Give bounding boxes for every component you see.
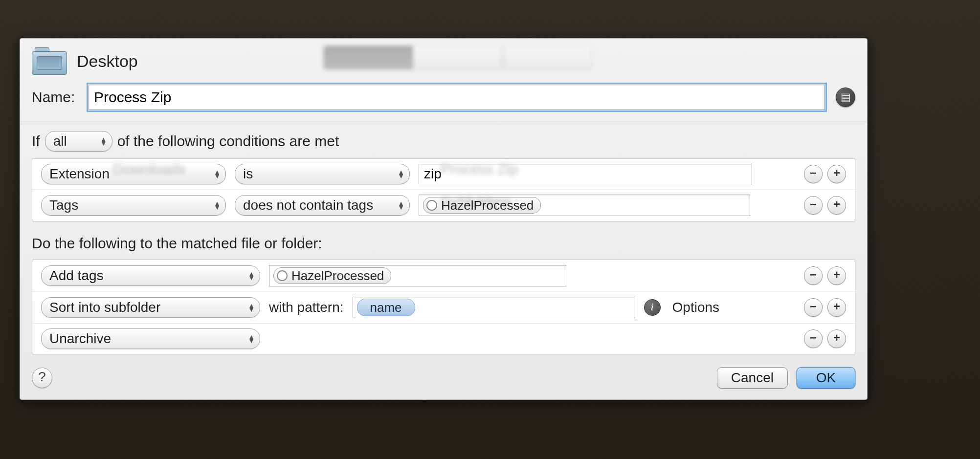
condition-tags-field[interactable]: HazelProcessed (419, 195, 750, 216)
updown-arrows-icon (100, 137, 107, 145)
condition-row: Tags does not contain tags HazelProcesse… (32, 190, 855, 221)
add-action-button[interactable]: + (827, 266, 846, 285)
updown-arrows-icon (248, 272, 255, 280)
pattern-token[interactable]: name (357, 299, 415, 316)
action-row: Add tags HazelProcessed − + (32, 260, 855, 292)
folder-title: Desktop (77, 52, 138, 71)
action-row: Sort into subfolder with pattern: name i… (32, 292, 855, 324)
action-type-popup[interactable]: Sort into subfolder (41, 297, 260, 318)
action-type-popup[interactable]: Add tags (41, 265, 260, 286)
add-action-button[interactable]: + (827, 298, 846, 317)
conditions-suffix: of the following conditions are met (117, 133, 339, 150)
updown-arrows-icon (248, 335, 255, 343)
updown-arrows-icon (214, 170, 221, 178)
remove-action-button[interactable]: − (804, 266, 823, 285)
condition-attribute-popup[interactable]: Tags (41, 195, 226, 216)
tag-token-label: HazelProcessed (441, 198, 534, 213)
condition-row: Extension is − + (32, 159, 855, 190)
conditions-prefix: If (32, 133, 40, 150)
updown-arrows-icon (398, 170, 404, 178)
rule-editor-dialog: Downloads Process Zip Subfolders Desktop… (20, 38, 868, 400)
tag-color-swatch-icon (426, 200, 437, 211)
remove-action-button[interactable]: − (804, 329, 823, 348)
remove-condition-button[interactable]: − (804, 165, 823, 183)
ok-button[interactable]: OK (797, 367, 855, 389)
conditions-list: Extension is − + (32, 158, 855, 221)
with-pattern-label: with pattern: (269, 300, 344, 315)
condition-operator-label: does not contain tags (243, 197, 373, 213)
updown-arrows-icon (248, 304, 255, 311)
condition-attribute-label: Extension (49, 166, 110, 182)
actions-list: Add tags HazelProcessed − + (32, 260, 855, 354)
condition-value-input[interactable] (419, 164, 752, 184)
condition-operator-label: is (243, 166, 253, 182)
condition-attribute-popup[interactable]: Extension (41, 164, 226, 184)
name-label: Name: (32, 89, 81, 106)
options-button[interactable]: Options (672, 300, 720, 315)
remove-action-button[interactable]: − (804, 298, 823, 317)
action-type-popup[interactable]: Unarchive (41, 328, 260, 349)
remove-condition-button[interactable]: − (804, 196, 823, 215)
add-condition-button[interactable]: + (827, 196, 846, 215)
help-button[interactable]: ? (32, 368, 52, 388)
tag-token-label: HazelProcessed (291, 268, 384, 284)
tag-token[interactable]: HazelProcessed (273, 267, 391, 284)
add-action-button[interactable]: + (827, 329, 846, 348)
tag-token[interactable]: HazelProcessed (423, 197, 541, 214)
condition-operator-popup[interactable]: does not contain tags (235, 195, 410, 216)
conditions-scope-popup[interactable]: all (45, 131, 112, 152)
condition-attribute-label: Tags (49, 197, 78, 213)
cancel-button[interactable]: Cancel (717, 367, 788, 389)
info-icon[interactable]: i (644, 299, 661, 316)
updown-arrows-icon (214, 201, 221, 209)
folder-icon (32, 47, 67, 75)
action-row: Unarchive − + (32, 324, 855, 354)
action-type-label: Add tags (49, 268, 104, 284)
notes-button[interactable]: ▤ (836, 87, 855, 107)
conditions-scope-label: all (53, 133, 67, 149)
condition-operator-popup[interactable]: is (235, 164, 410, 184)
action-type-label: Unarchive (49, 331, 111, 347)
updown-arrows-icon (398, 201, 404, 209)
pattern-token-label: name (370, 300, 402, 315)
action-type-label: Sort into subfolder (49, 300, 160, 315)
action-tags-field[interactable]: HazelProcessed (269, 265, 566, 286)
pattern-field[interactable]: name (353, 297, 635, 318)
tag-color-swatch-icon (277, 270, 288, 281)
add-condition-button[interactable]: + (827, 165, 846, 183)
rule-name-input[interactable] (89, 85, 825, 110)
background-segmented-control (323, 45, 592, 70)
actions-intro: Do the following to the matched file or … (32, 235, 855, 252)
